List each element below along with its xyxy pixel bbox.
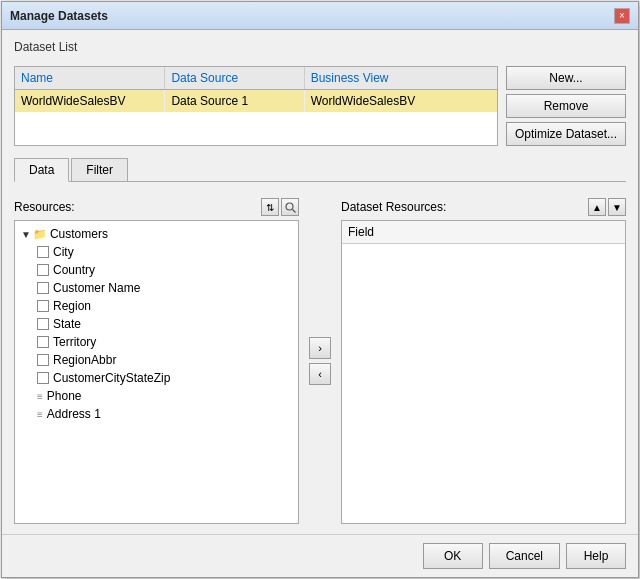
tab-filter[interactable]: Filter bbox=[71, 158, 128, 181]
tree-content: ▼📁CustomersCityCountryCustomer NameRegio… bbox=[15, 221, 298, 523]
tree-folder-customers[interactable]: ▼📁Customers bbox=[17, 225, 296, 243]
list-item[interactable]: ≡Phone bbox=[17, 387, 296, 405]
side-buttons: New... Remove Optimize Dataset... bbox=[506, 66, 626, 146]
tree-item-label: Phone bbox=[47, 389, 82, 403]
dataset-resources-label: Dataset Resources: bbox=[341, 200, 446, 214]
arrow-right-button[interactable]: › bbox=[309, 337, 331, 359]
checkbox-icon[interactable] bbox=[37, 336, 49, 348]
list-item[interactable]: State bbox=[17, 315, 296, 333]
dataset-resources-icon-buttons: ▲ ▼ bbox=[588, 198, 626, 216]
tabs-row: Data Filter bbox=[14, 158, 626, 182]
dataset-table-wrapper: Name Data Source Business View WorldWide… bbox=[14, 66, 498, 146]
table-row[interactable]: WorldWideSalesBVData Source 1WorldWideSa… bbox=[15, 90, 497, 113]
table-header-row: Name Data Source Business View bbox=[15, 67, 497, 90]
lines-icon: ≡ bbox=[37, 409, 43, 420]
tree-item-label: State bbox=[53, 317, 81, 331]
list-item[interactable]: Customer Name bbox=[17, 279, 296, 297]
list-item[interactable]: ≡Address 1 bbox=[17, 405, 296, 423]
checkbox-icon[interactable] bbox=[37, 300, 49, 312]
checkbox-icon[interactable] bbox=[37, 372, 49, 384]
lines-icon: ≡ bbox=[37, 391, 43, 402]
col-header-datasource: Data Source bbox=[165, 67, 304, 90]
tree-item-label: Customer Name bbox=[53, 281, 140, 295]
dataset-table: Name Data Source Business View WorldWide… bbox=[15, 67, 497, 112]
tab-data[interactable]: Data bbox=[14, 158, 69, 182]
checkbox-icon[interactable] bbox=[37, 264, 49, 276]
tree-item-label: Territory bbox=[53, 335, 96, 349]
tab-content-area: Resources: ⇅ ▼📁CustomersCityCountryC bbox=[14, 198, 626, 524]
list-item[interactable]: City bbox=[17, 243, 296, 261]
optimize-button[interactable]: Optimize Dataset... bbox=[506, 122, 626, 146]
tree-item-label: City bbox=[53, 245, 74, 259]
tree-item-label: Region bbox=[53, 299, 91, 313]
list-item[interactable]: CustomerCityStateZip bbox=[17, 369, 296, 387]
folder-icon: 📁 bbox=[33, 228, 47, 241]
manage-datasets-dialog: Manage Datasets × Dataset List Name Data… bbox=[1, 1, 639, 578]
list-item[interactable]: Country bbox=[17, 261, 296, 279]
dataset-resources-header: Dataset Resources: ▲ ▼ bbox=[341, 198, 626, 216]
footer-bar: OK Cancel Help bbox=[2, 534, 638, 577]
close-button[interactable]: × bbox=[614, 8, 630, 24]
remove-button[interactable]: Remove bbox=[506, 94, 626, 118]
title-bar: Manage Datasets × bbox=[2, 2, 638, 30]
dialog-body: Dataset List Name Data Source Business V… bbox=[2, 30, 638, 534]
resources-header: Resources: ⇅ bbox=[14, 198, 299, 216]
move-down-button[interactable]: ▼ bbox=[608, 198, 626, 216]
list-item[interactable]: Region bbox=[17, 297, 296, 315]
dialog-title: Manage Datasets bbox=[10, 9, 108, 23]
dataset-list-section: Name Data Source Business View WorldWide… bbox=[14, 66, 626, 146]
checkbox-icon[interactable] bbox=[37, 318, 49, 330]
sort-icon-btn[interactable]: ⇅ bbox=[261, 198, 279, 216]
search-icon-btn[interactable] bbox=[281, 198, 299, 216]
search-icon bbox=[285, 202, 296, 213]
list-item[interactable]: Territory bbox=[17, 333, 296, 351]
dataset-list-label: Dataset List bbox=[14, 40, 626, 54]
svg-line-1 bbox=[292, 209, 295, 212]
cancel-button[interactable]: Cancel bbox=[489, 543, 560, 569]
tree-folder-label: Customers bbox=[50, 227, 108, 241]
tree-item-label: RegionAbbr bbox=[53, 353, 116, 367]
new-button[interactable]: New... bbox=[506, 66, 626, 90]
tree-item-label: Country bbox=[53, 263, 95, 277]
tree-box: ▼📁CustomersCityCountryCustomer NameRegio… bbox=[14, 220, 299, 524]
col-header-name: Name bbox=[15, 67, 165, 90]
tree-item-label: Address 1 bbox=[47, 407, 101, 421]
move-up-button[interactable]: ▲ bbox=[588, 198, 606, 216]
dataset-resources-panel: Dataset Resources: ▲ ▼ Field bbox=[341, 198, 626, 524]
checkbox-icon[interactable] bbox=[37, 282, 49, 294]
resources-label: Resources: bbox=[14, 200, 75, 214]
resources-panel: Resources: ⇅ ▼📁CustomersCityCountryC bbox=[14, 198, 299, 524]
field-box: Field bbox=[341, 220, 626, 524]
tree-toggle: ▼ bbox=[21, 229, 31, 240]
mid-arrows: › ‹ bbox=[307, 198, 333, 524]
col-header-bv: Business View bbox=[304, 67, 497, 90]
ok-button[interactable]: OK bbox=[423, 543, 483, 569]
help-button[interactable]: Help bbox=[566, 543, 626, 569]
list-item[interactable]: RegionAbbr bbox=[17, 351, 296, 369]
arrow-left-button[interactable]: ‹ bbox=[309, 363, 331, 385]
tree-item-label: CustomerCityStateZip bbox=[53, 371, 170, 385]
svg-point-0 bbox=[286, 203, 293, 210]
checkbox-icon[interactable] bbox=[37, 354, 49, 366]
checkbox-icon[interactable] bbox=[37, 246, 49, 258]
field-header: Field bbox=[342, 221, 625, 244]
resources-icon-buttons: ⇅ bbox=[261, 198, 299, 216]
